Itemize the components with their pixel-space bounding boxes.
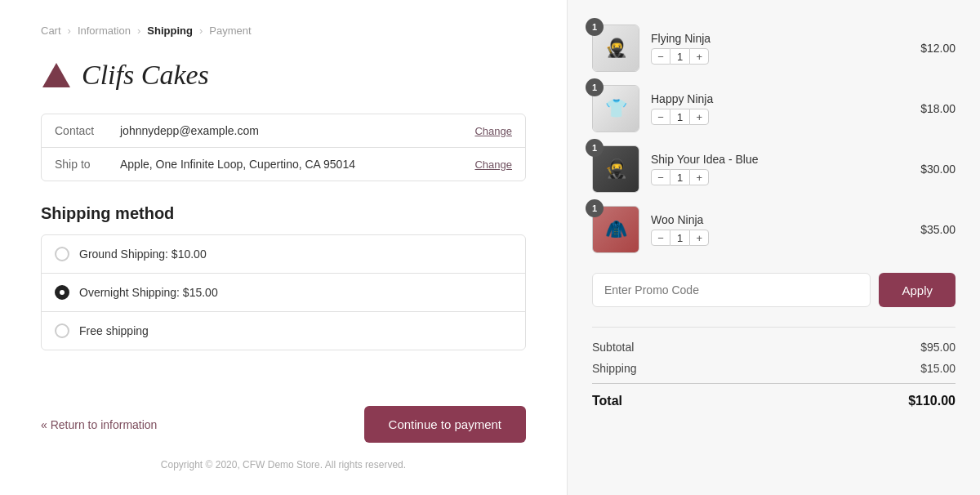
item-img-wrapper-ship-idea: 🥷 1: [592, 145, 639, 193]
item-price-ship-idea: $30.00: [920, 163, 956, 176]
ship-to-label: Ship to: [55, 158, 120, 171]
qty-display-flying-ninja: 1: [670, 48, 689, 65]
cart-item-happy-ninja: 👕 1 Happy Ninja − 1 + $18.00: [592, 85, 956, 132]
item-info-ship-idea: Ship Your Idea - Blue − 1 +: [651, 153, 909, 185]
logo-area: Clifs Cakes: [41, 60, 526, 91]
info-box: Contact johnnydepp@example.com Change Sh…: [41, 114, 526, 181]
shipping-option-ground[interactable]: Ground Shipping: $10.00: [42, 235, 525, 273]
item-info-happy-ninja: Happy Ninja − 1 +: [651, 92, 909, 125]
item-info-woo-ninja: Woo Ninja − 1 +: [651, 213, 909, 246]
left-panel: Cart › Information › Shipping › Payment …: [0, 0, 568, 495]
item-price-woo-ninja: $35.00: [920, 223, 956, 236]
qty-increase-ship-idea[interactable]: +: [689, 169, 709, 185]
item-qty-controls-woo-ninja: − 1 +: [651, 230, 909, 246]
breadcrumb-payment: Payment: [209, 25, 251, 37]
shipping-option-free[interactable]: Free shipping: [42, 311, 525, 350]
item-name-happy-ninja: Happy Ninja: [651, 92, 909, 105]
grand-total-value: $110.00: [908, 394, 956, 408]
item-qty-controls-ship-idea: − 1 +: [651, 169, 909, 185]
breadcrumb: Cart › Information › Shipping › Payment: [41, 25, 526, 37]
item-qty-controls-flying-ninja: − 1 +: [651, 48, 909, 65]
item-badge-ship-idea: 1: [586, 139, 604, 157]
contact-change-button[interactable]: Change: [474, 125, 512, 137]
promo-row: Apply: [592, 273, 956, 307]
contact-value: johnnydepp@example.com: [120, 124, 474, 137]
qty-decrease-flying-ninja[interactable]: −: [651, 48, 670, 65]
grand-total-row: Total $110.00: [592, 383, 956, 408]
breadcrumb-sep-2: ›: [137, 25, 140, 37]
promo-code-input[interactable]: [592, 273, 871, 307]
item-badge-woo-ninja: 1: [586, 199, 604, 217]
right-panel: 🥷 1 Flying Ninja − 1 + $12.00 👕 1: [568, 0, 980, 495]
shipping-options: Ground Shipping: $10.00 Overnight Shippi…: [41, 234, 526, 350]
item-img-wrapper-flying-ninja: 🥷 1: [592, 25, 639, 72]
shipping-cost-value: $15.00: [920, 362, 956, 375]
contact-label: Contact: [55, 124, 120, 137]
radio-free: [55, 323, 69, 338]
svg-marker-0: [42, 63, 70, 87]
return-to-information-link[interactable]: « Return to information: [41, 418, 157, 431]
copyright-text: Copyright © 2020, CFW Demo Store. All ri…: [41, 459, 526, 470]
cart-item-ship-idea: 🥷 1 Ship Your Idea - Blue − 1 + $30.00: [592, 145, 956, 193]
shipping-option-free-label: Free shipping: [79, 324, 149, 337]
shipping-option-ground-label: Ground Shipping: $10.00: [79, 247, 207, 261]
item-qty-controls-happy-ninja: − 1 +: [651, 109, 909, 125]
qty-decrease-ship-idea[interactable]: −: [651, 169, 670, 185]
shipping-option-overnight-label: Overnight Shipping: $15.00: [79, 286, 218, 299]
radio-overnight: [55, 285, 69, 300]
item-name-ship-idea: Ship Your Idea - Blue: [651, 153, 909, 166]
qty-increase-flying-ninja[interactable]: +: [689, 48, 709, 65]
item-name-woo-ninja: Woo Ninja: [651, 213, 909, 226]
qty-decrease-woo-ninja[interactable]: −: [651, 230, 670, 246]
subtotal-value: $95.00: [920, 341, 956, 354]
breadcrumb-information[interactable]: Information: [78, 25, 131, 37]
item-price-flying-ninja: $12.00: [920, 42, 956, 55]
item-badge-flying-ninja: 1: [586, 18, 604, 36]
item-img-wrapper-woo-ninja: 🧥 1: [592, 206, 639, 253]
radio-ground: [55, 247, 69, 261]
qty-increase-woo-ninja[interactable]: +: [689, 230, 709, 246]
item-price-happy-ninja: $18.00: [920, 102, 956, 115]
ship-to-change-button[interactable]: Change: [474, 158, 512, 171]
item-badge-happy-ninja: 1: [586, 78, 604, 96]
grand-total-label: Total: [592, 394, 622, 408]
shipping-option-overnight[interactable]: Overnight Shipping: $15.00: [42, 273, 525, 311]
breadcrumb-sep-3: ›: [199, 25, 203, 37]
cart-item-flying-ninja: 🥷 1 Flying Ninja − 1 + $12.00: [592, 25, 956, 72]
qty-display-ship-idea: 1: [670, 169, 689, 185]
shipping-cost-label: Shipping: [592, 362, 637, 375]
breadcrumb-shipping: Shipping: [147, 25, 193, 37]
cart-item-woo-ninja: 🧥 1 Woo Ninja − 1 + $35.00: [592, 206, 956, 253]
item-img-wrapper-happy-ninja: 👕 1: [592, 85, 639, 132]
logo-text: Clifs Cakes: [82, 60, 209, 91]
logo-icon: [41, 60, 72, 91]
bottom-actions: « Return to information Continue to paym…: [41, 398, 526, 443]
subtotal-row: Subtotal $95.00: [592, 341, 956, 354]
subtotal-label: Subtotal: [592, 341, 634, 354]
totals: Subtotal $95.00 Shipping $15.00 Total $1…: [592, 327, 956, 417]
ship-to-value: Apple, One Infinite Loop, Cupertino, CA …: [120, 158, 474, 171]
qty-increase-happy-ninja[interactable]: +: [689, 109, 709, 125]
shipping-cost-row: Shipping $15.00: [592, 362, 956, 375]
item-name-flying-ninja: Flying Ninja: [651, 32, 909, 45]
qty-decrease-happy-ninja[interactable]: −: [651, 109, 670, 125]
breadcrumb-cart[interactable]: Cart: [41, 25, 61, 37]
breadcrumb-sep-1: ›: [68, 25, 71, 37]
shipping-method-title: Shipping method: [41, 204, 526, 223]
qty-display-woo-ninja: 1: [670, 230, 689, 246]
qty-display-happy-ninja: 1: [670, 109, 689, 125]
item-info-flying-ninja: Flying Ninja − 1 +: [651, 32, 909, 65]
continue-to-payment-button[interactable]: Continue to payment: [364, 406, 526, 443]
contact-row: Contact johnnydepp@example.com Change: [42, 114, 525, 147]
ship-to-row: Ship to Apple, One Infinite Loop, Cupert…: [42, 147, 525, 181]
cart-items: 🥷 1 Flying Ninja − 1 + $12.00 👕 1: [592, 25, 956, 253]
apply-promo-button[interactable]: Apply: [879, 273, 956, 307]
